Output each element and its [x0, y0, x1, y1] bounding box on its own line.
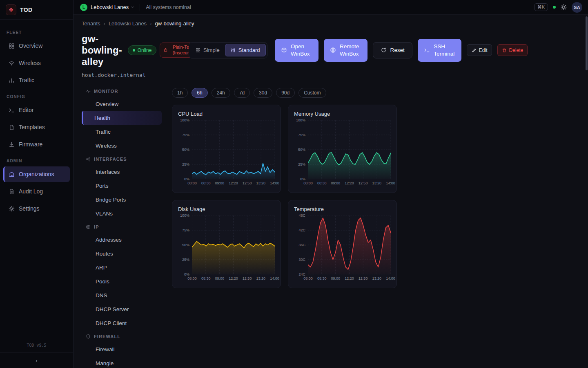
user-avatar[interactable]: SA	[572, 2, 582, 13]
reset-button[interactable]: Reset	[373, 42, 412, 58]
button-label: Open WinBox	[291, 43, 312, 58]
app-title: TOD	[20, 7, 33, 13]
status-badge-label: Online	[138, 47, 152, 53]
mode-segment-simple[interactable]: Simple	[190, 44, 225, 56]
subnav-item-interfaces[interactable]: Interfaces	[82, 165, 162, 179]
building-icon	[9, 171, 15, 177]
remote-winbox-button[interactable]: Remote WinBox	[324, 39, 368, 62]
app-root: ❖ TOD FLEETOverviewWirelessTrafficCONFIG…	[0, 0, 588, 368]
y-tick-label: 25%	[182, 258, 189, 262]
sidebar-item-overview[interactable]: Overview	[3, 38, 70, 54]
disk-usage-plot	[192, 215, 275, 274]
sidebar-item-traffic[interactable]: Traffic	[3, 72, 70, 88]
sidebar-collapse-button[interactable]: ‹	[0, 352, 73, 368]
x-tick-label: 13:20	[255, 276, 266, 282]
y-tick-label: 50%	[182, 243, 189, 247]
x-tick-label: 08:30	[200, 276, 212, 282]
subnav-section-label: IP	[94, 224, 99, 229]
sidebar-item-firmware[interactable]: Firmware	[3, 137, 70, 152]
subnav-item-dns[interactable]: DNS	[82, 288, 162, 302]
x-tick-label: 13:20	[371, 276, 382, 282]
subnav-item-dhcp-server[interactable]: DHCP Server	[82, 302, 162, 316]
ssh-terminal-button[interactable]: SSH Terminal	[418, 39, 461, 62]
terminal-icon	[424, 47, 430, 53]
button-label: Reset	[390, 47, 405, 53]
chart-card-memory: Memory Usage 100%75%50%25%0%08:0008:3009…	[288, 105, 397, 193]
y-axis: 48C42C36C30C24C	[294, 213, 308, 276]
time-range-7d[interactable]: 7d	[234, 88, 250, 98]
button-label: SSH Terminal	[434, 43, 455, 58]
time-range-1h[interactable]: 1h	[172, 88, 188, 98]
scrollbar-thumb[interactable]	[586, 16, 588, 70]
command-palette-shortcut[interactable]: ⌘K	[534, 3, 548, 11]
mode-segment-standard[interactable]: Standard	[225, 44, 266, 56]
theme-toggle-sun-icon[interactable]	[561, 4, 567, 10]
grid-icon	[9, 43, 15, 49]
file-icon	[9, 124, 15, 130]
topbar-divider	[140, 4, 140, 11]
time-range-custom[interactable]: Custom	[298, 88, 326, 98]
x-axis: 08:0008:3009:0012:2012:5013:2014:00	[187, 181, 280, 186]
subnav-item-arp[interactable]: ARP	[82, 260, 162, 274]
nodes-icon	[86, 157, 91, 162]
subnav-item-vlans[interactable]: VLANs	[82, 206, 162, 220]
sidebar-item-settings[interactable]: Settings	[3, 201, 70, 216]
y-tick-label: 50%	[182, 148, 189, 152]
x-tick-label: 09:00	[330, 181, 341, 186]
subnav-item-traffic[interactable]: Traffic	[82, 125, 162, 139]
device-header: gw-bowling-alley Online Plain-Text (Inse…	[82, 33, 578, 67]
subnav-item-bridge-ports[interactable]: Bridge Ports	[82, 193, 162, 206]
x-tick-label: 14:00	[385, 181, 396, 186]
x-tick-label: 09:00	[214, 276, 225, 282]
edit-button[interactable]: Edit	[467, 44, 492, 56]
chart-title: CPU Load	[178, 111, 275, 117]
subnav-item-dhcp-client[interactable]: DHCP Client	[82, 316, 162, 330]
sidebar-item-editor[interactable]: Editor	[3, 102, 70, 118]
subnav-item-routes[interactable]: Routes	[82, 247, 162, 260]
time-range-90d[interactable]: 90d	[276, 88, 295, 98]
y-tick-label: 100%	[296, 118, 305, 122]
y-tick-label: 75%	[182, 133, 189, 137]
subnav-item-addresses[interactable]: Addresses	[82, 233, 162, 247]
subnav-item-firewall[interactable]: Firewall	[82, 342, 162, 356]
time-range-30d[interactable]: 30d	[254, 88, 272, 98]
breadcrumb-separator: ›	[150, 20, 151, 27]
subnav-item-pools[interactable]: Pools	[82, 274, 162, 288]
system-status-text: All systems nominal	[146, 4, 191, 10]
sidebar-item-label: Organizations	[19, 171, 54, 177]
subnav-item-ports[interactable]: Ports	[82, 179, 162, 193]
tenant-switcher[interactable]: Lebowski Lanes	[91, 4, 129, 10]
y-tick-label: 25%	[182, 162, 189, 166]
sidebar-item-templates[interactable]: Templates	[3, 119, 70, 135]
subnav-item-overview[interactable]: Overview	[82, 97, 162, 111]
chevron-down-icon[interactable]	[130, 5, 135, 9]
y-tick-label: 48C	[298, 213, 305, 218]
refresh-icon	[381, 47, 387, 53]
sidebar-section-admin: ADMIN	[3, 154, 70, 166]
breadcrumb-gw-bowling-alley: gw-bowling-alley	[155, 20, 194, 27]
time-range-6h[interactable]: 6h	[192, 88, 207, 98]
chart-card-disk: Disk Usage 100%75%50%25%0%08:0008:3009:0…	[172, 200, 281, 288]
subnav-section-label: INTERFACES	[94, 157, 127, 162]
breadcrumb-lebowski-lanes[interactable]: Lebowski Lanes	[109, 20, 147, 27]
trash-icon	[502, 48, 507, 53]
subnav-item-mangle[interactable]: Mangle	[82, 356, 162, 368]
x-axis: 08:0008:3009:0012:2012:5013:2014:00	[187, 276, 280, 282]
chart-title: Temperature	[294, 206, 391, 212]
sidebar-item-organizations[interactable]: Organizations	[3, 166, 70, 182]
subnav-item-health[interactable]: Health	[82, 111, 162, 125]
memory-usage-plot	[308, 120, 391, 179]
sidebar-item-audit-log[interactable]: Audit Log	[3, 184, 70, 199]
breadcrumb-tenants[interactable]: Tenants	[82, 20, 100, 27]
app-logo[interactable]: ❖ TOD	[0, 0, 73, 20]
sidebar-item-wireless[interactable]: Wireless	[3, 55, 70, 71]
app-version: TOD v9.5	[0, 343, 73, 352]
charts-panel: 1h6h24h7d30d90dCustom CPU Load 100%75%50…	[172, 79, 397, 368]
x-tick-label: 14:00	[385, 276, 396, 282]
delete-button[interactable]: Delete	[497, 44, 528, 56]
time-range-picker: 1h6h24h7d30d90dCustom	[172, 88, 397, 98]
x-tick-label: 12:20	[228, 276, 239, 282]
time-range-24h[interactable]: 24h	[212, 88, 230, 98]
open-winbox-button[interactable]: Open WinBox	[275, 39, 318, 62]
subnav-item-wireless[interactable]: Wireless	[82, 139, 162, 153]
